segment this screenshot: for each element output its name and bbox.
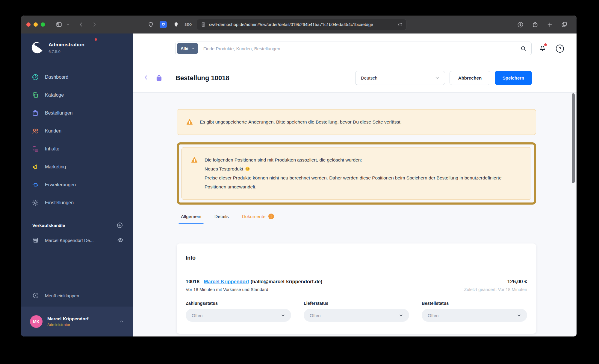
chevron-down-icon[interactable] xyxy=(66,23,70,26)
close-window-button[interactable] xyxy=(26,22,31,27)
app-version: 6.7.5.0 xyxy=(49,49,84,54)
browser-window: SEO sw6-demoshop.de/admin#/sw/order/deta… xyxy=(21,16,577,336)
sidebar-item-label: Einstellungen xyxy=(45,200,74,205)
url-text: sw6-demoshop.de/admin#/sw/order/detail/0… xyxy=(209,22,397,27)
language-value: Deutsch xyxy=(361,75,377,80)
tab-details[interactable]: Details xyxy=(214,214,229,224)
order-summary-line: 10018 - Marcel Krippendorf (hallo@marcel… xyxy=(186,279,322,284)
diamond-extension-icon[interactable] xyxy=(173,21,179,28)
save-button[interactable]: Speichern xyxy=(495,71,532,85)
window-controls xyxy=(26,22,45,27)
sidebar-item-extensions[interactable]: Erweiterungen xyxy=(21,176,133,194)
language-select[interactable]: Deutsch xyxy=(355,71,445,85)
sidebar-item-content[interactable]: Inhalte xyxy=(21,140,133,158)
shield-extension-icon[interactable] xyxy=(148,22,154,28)
chevron-down-icon xyxy=(517,313,521,317)
cancel-button[interactable]: Abbrechen xyxy=(450,71,490,85)
sidebar-item-customers[interactable]: Kunden xyxy=(21,122,133,140)
back-button[interactable] xyxy=(78,22,84,28)
sidebar-toggle-icon[interactable] xyxy=(56,21,62,28)
downloads-icon[interactable] xyxy=(517,21,524,28)
order-status-label: Bestellstatus xyxy=(422,301,527,306)
sidebar-item-settings[interactable]: Einstellungen xyxy=(21,194,133,212)
forward-button[interactable] xyxy=(91,22,97,28)
admin-app: Administration 6.7.5.0 Dashboard Katalog… xyxy=(21,33,577,336)
chevron-down-icon xyxy=(281,313,285,317)
sales-channel-label: Marcel Krippendorf De... xyxy=(45,238,111,243)
delivery-status-select[interactable]: Offen xyxy=(304,309,409,322)
new-tab-icon[interactable] xyxy=(547,22,553,28)
toolbar-right-group xyxy=(517,21,577,28)
page-title: Bestellung 10018 xyxy=(176,74,229,82)
page-settings-icon[interactable] xyxy=(201,22,206,27)
share-icon[interactable] xyxy=(532,21,539,28)
minimize-window-button[interactable] xyxy=(34,22,38,27)
catalogues-icon xyxy=(32,92,39,99)
order-status-select[interactable]: Offen xyxy=(422,309,527,322)
deleted-products-alert: Die folgenden Positionen sind mit Produk… xyxy=(181,147,531,200)
deleted-product-name: Neues Testprodukt xyxy=(205,166,243,171)
collapse-menu-label: Menü einklappen xyxy=(45,293,79,298)
smart-bar-actions: Deutsch Abbrechen Speichern xyxy=(355,71,532,85)
seo-extension-icon[interactable]: SEO xyxy=(184,23,192,26)
sidebar-item-label: Marketing xyxy=(45,164,66,170)
tab-overview-icon[interactable] xyxy=(561,21,568,28)
sidebar-item-catalogues[interactable]: Kataloge xyxy=(21,86,133,104)
alert-text: Es gibt ungespeicherte Änderungen. Bitte… xyxy=(200,118,402,127)
customer-email: (hallo@marcel-krippendorf.de) xyxy=(250,279,322,284)
order-detail-content: Es gibt ungespeicherte Änderungen. Bitte… xyxy=(133,93,577,336)
global-search-header: Alle ? xyxy=(133,33,577,63)
collapse-menu-button[interactable]: Menü einklappen xyxy=(21,292,133,299)
highlighted-alert-outline: Die folgenden Positionen sind mit Produk… xyxy=(177,142,536,205)
chevron-down-icon xyxy=(399,313,403,317)
sidebar-item-sales-channel[interactable]: Marcel Krippendorf De... xyxy=(21,237,133,243)
alert-line-1: Die folgenden Positionen sind mit Produk… xyxy=(205,156,522,165)
order-bag-icon xyxy=(155,74,163,82)
warning-icon xyxy=(191,156,198,164)
update-notification-dot xyxy=(95,38,97,41)
search-scope-dropdown[interactable]: Alle xyxy=(177,43,198,54)
order-created-meta: Vor 18 Minuten mit Vorkasse und Standard xyxy=(186,287,268,292)
scrollbar-thumb[interactable] xyxy=(572,93,575,183)
notifications-button[interactable] xyxy=(539,44,546,53)
back-to-orders-button[interactable] xyxy=(143,74,149,82)
sales-channels-heading: Verkaufskanäle xyxy=(32,223,65,228)
tab-dokumente[interactable]: Dokumente ! xyxy=(242,214,274,224)
bitwarden-extension-icon[interactable] xyxy=(160,21,167,28)
sidebar-item-marketing[interactable]: Marketing xyxy=(21,158,133,176)
alert-line-2: Neues Testprodukt xyxy=(205,165,522,173)
sidebar-item-label: Inhalte xyxy=(45,146,59,152)
content-icon xyxy=(32,145,39,153)
search-input[interactable] xyxy=(203,46,520,51)
storefront-icon xyxy=(32,237,39,243)
status-row: Zahlungsstatus Offen Lieferstatus Offen xyxy=(186,301,527,322)
user-menu[interactable]: MK Marcel Krippendorf Administrator xyxy=(21,307,133,336)
search-icon[interactable] xyxy=(520,45,527,52)
customer-link[interactable]: Marcel Krippendorf xyxy=(204,279,249,284)
header-icons: ? xyxy=(539,44,564,53)
eye-icon[interactable] xyxy=(117,237,124,243)
tab-allgemein[interactable]: Allgemein xyxy=(181,214,201,224)
payment-status-select[interactable]: Offen xyxy=(186,309,291,322)
address-bar[interactable]: sw6-demoshop.de/admin#/sw/order/detail/0… xyxy=(197,19,406,30)
reload-icon[interactable] xyxy=(397,22,403,27)
global-search-bar[interactable]: Alle xyxy=(175,42,532,55)
sidebar-item-dashboard[interactable]: Dashboard xyxy=(21,68,133,86)
extensions-icon xyxy=(32,181,39,188)
smart-bar: Bestellung 10018 Deutsch Abbrechen Speic… xyxy=(133,63,577,93)
sidebar: Administration 6.7.5.0 Dashboard Katalog… xyxy=(21,33,133,336)
info-card: Info 10018 - Marcel Krippendorf (hallo@m… xyxy=(177,243,536,334)
customers-icon xyxy=(32,127,39,135)
tab-warning-badge: ! xyxy=(268,214,274,219)
zoom-window-button[interactable] xyxy=(41,22,45,27)
sidebar-item-orders[interactable]: Bestellungen xyxy=(21,104,133,122)
help-button[interactable]: ? xyxy=(556,45,564,53)
add-sales-channel-icon[interactable] xyxy=(117,222,123,229)
delivery-status-value: Offen xyxy=(310,313,320,318)
marketing-icon xyxy=(32,163,39,170)
order-tabs: Allgemein Details Dokumente ! xyxy=(177,214,536,224)
user-role: Administrator xyxy=(47,322,89,327)
warning-icon xyxy=(186,118,193,126)
chevron-down-icon xyxy=(435,76,439,80)
info-heading: Info xyxy=(186,255,527,261)
